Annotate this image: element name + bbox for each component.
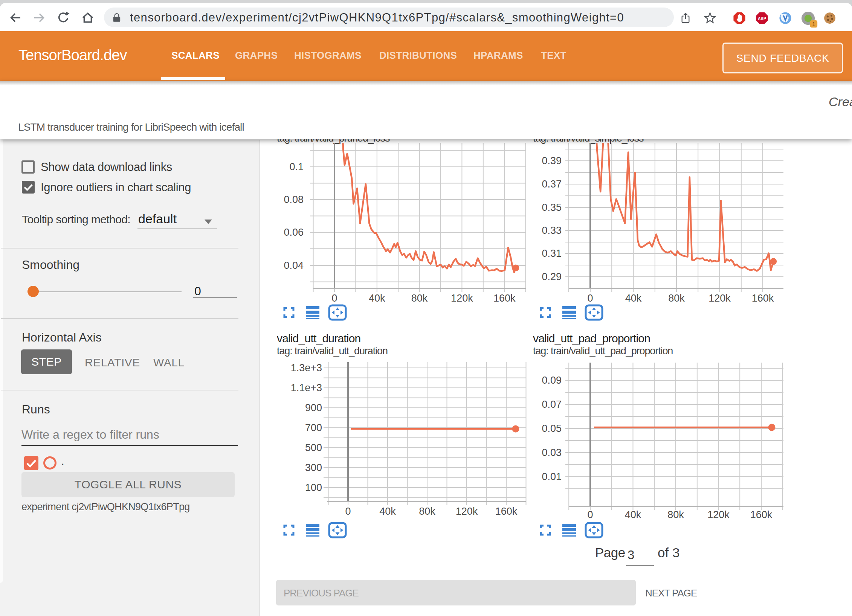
svg-text:0.1: 0.1	[289, 161, 304, 172]
svg-text:0.33: 0.33	[542, 225, 562, 236]
svg-text:0.09: 0.09	[542, 375, 562, 386]
svg-text:ABP: ABP	[758, 17, 766, 21]
svg-text:120k: 120k	[451, 293, 473, 304]
svg-text:tag: train/valid_utt_duration: tag: train/valid_utt_duration	[277, 345, 388, 357]
svg-text:80k: 80k	[411, 293, 428, 304]
svg-text:1: 1	[812, 21, 815, 27]
svg-text:0.31: 0.31	[542, 248, 562, 259]
svg-text:300: 300	[305, 462, 322, 473]
svg-text:0.04: 0.04	[284, 260, 304, 271]
svg-text:valid_utt_duration: valid_utt_duration	[277, 332, 360, 345]
svg-text:1.3e+3: 1.3e+3	[291, 362, 322, 374]
svg-text:0.35: 0.35	[542, 202, 562, 213]
svg-text:0.37: 0.37	[542, 178, 562, 190]
svg-text:0.07: 0.07	[542, 399, 562, 410]
svg-text:160k: 160k	[495, 506, 518, 517]
svg-text:0.01: 0.01	[542, 471, 562, 482]
svg-text:tag: train/valid_utt_pad_propo: tag: train/valid_utt_pad_proportion	[533, 345, 673, 357]
svg-text:1.1e+3: 1.1e+3	[291, 382, 322, 393]
svg-text:700: 700	[305, 422, 322, 433]
svg-text:0.39: 0.39	[542, 155, 562, 166]
svg-text:120k: 120k	[708, 293, 731, 304]
svg-text:500: 500	[305, 442, 322, 453]
svg-text:40k: 40k	[625, 293, 642, 304]
svg-text:0: 0	[345, 506, 351, 517]
svg-text:0: 0	[587, 509, 593, 520]
svg-text:120k: 120k	[456, 506, 478, 517]
svg-text:100: 100	[305, 482, 322, 493]
svg-text:0.03: 0.03	[542, 447, 562, 458]
svg-text:40k: 40k	[625, 509, 641, 520]
svg-text:40k: 40k	[369, 293, 385, 304]
svg-text:80k: 80k	[668, 293, 685, 304]
svg-text:0.06: 0.06	[284, 227, 304, 238]
svg-text:valid_utt_pad_proportion: valid_utt_pad_proportion	[533, 332, 650, 345]
svg-text:160k: 160k	[752, 293, 774, 304]
svg-text:80k: 80k	[667, 509, 684, 520]
svg-text:80k: 80k	[419, 506, 435, 517]
svg-text:120k: 120k	[707, 509, 730, 520]
svg-text:0: 0	[331, 293, 337, 304]
svg-text:40k: 40k	[379, 506, 396, 517]
svg-text:0.05: 0.05	[542, 423, 562, 434]
svg-text:900: 900	[305, 402, 322, 413]
svg-text:0: 0	[587, 293, 593, 304]
svg-text:160k: 160k	[750, 509, 773, 520]
svg-text:0.08: 0.08	[284, 194, 304, 205]
svg-text:160k: 160k	[493, 293, 516, 304]
svg-text:0.29: 0.29	[542, 271, 562, 282]
